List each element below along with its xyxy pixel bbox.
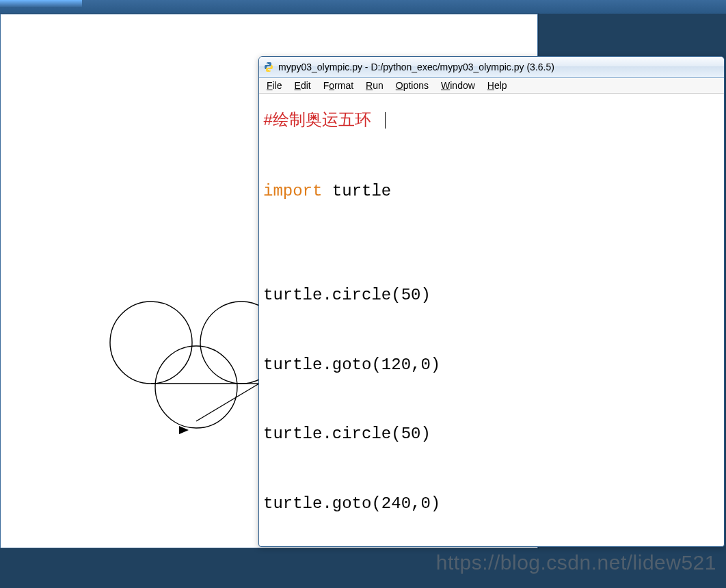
desktop: mypy03_olympic.py - D:/python_exec/mypy0… (0, 0, 726, 588)
desktop-titlebar-strip (0, 0, 726, 14)
code-line-1: turtle.circle(50) (263, 286, 720, 304)
editor-title: mypy03_olympic.py - D:/python_exec/mypy0… (278, 62, 554, 72)
editor-titlebar[interactable]: mypy03_olympic.py - D:/python_exec/mypy0… (259, 57, 724, 78)
svg-line-2 (196, 384, 259, 421)
menu-help[interactable]: Help (481, 79, 513, 92)
svg-point-7 (269, 70, 270, 71)
watermark: https://blog.csdn.net/lidew521 (436, 551, 716, 574)
svg-point-0 (110, 302, 192, 384)
code-import-mod: turtle (322, 182, 391, 200)
menu-window[interactable]: Window (435, 79, 481, 92)
desktop-accent (0, 0, 82, 7)
menu-run[interactable]: Run (360, 79, 390, 92)
svg-point-3 (155, 346, 237, 428)
menu-options[interactable]: Options (390, 79, 435, 92)
menu-file[interactable]: File (260, 79, 288, 92)
code-comment: #绘制奥运五环 (263, 111, 371, 130)
code-line-4: turtle.goto(240,0) (263, 495, 720, 512)
text-cursor (385, 112, 386, 129)
code-line-3: turtle.circle(50) (263, 425, 720, 442)
menu-format[interactable]: Format (317, 79, 360, 92)
code-line-2: turtle.goto(120,0) (263, 356, 720, 373)
menubar: File Edit Format Run Options Window Help (259, 78, 724, 94)
svg-point-6 (267, 63, 267, 64)
code-import-kw: import (263, 182, 322, 200)
editor-window[interactable]: mypy03_olympic.py - D:/python_exec/mypy0… (258, 56, 725, 547)
python-icon (263, 62, 274, 72)
code-area[interactable]: #绘制奥运五环 import turtle turtle.circle(50) … (259, 94, 724, 547)
menu-edit[interactable]: Edit (288, 79, 317, 92)
